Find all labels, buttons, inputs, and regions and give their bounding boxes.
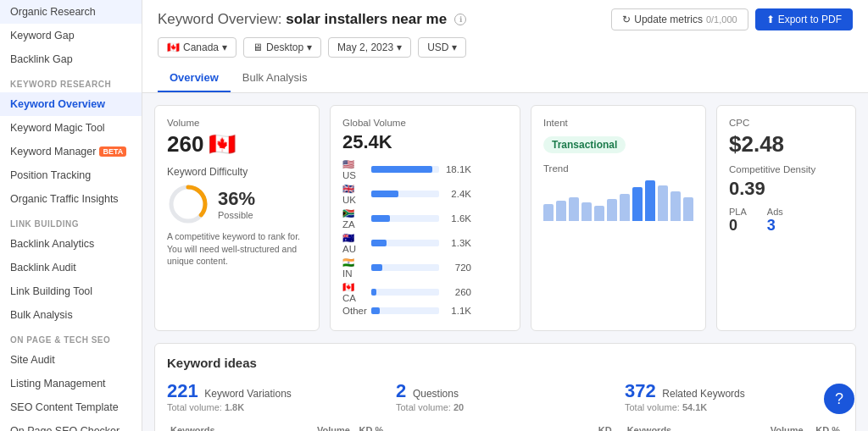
col-kd-var: KD %: [353, 423, 387, 431]
col-kd-rel: KD %: [807, 423, 843, 431]
sidebar-item-backlink-analytics[interactable]: Backlink Analytics: [0, 232, 142, 256]
ads-value: 3: [767, 217, 783, 235]
col-volume-rel: Volume: [760, 423, 806, 431]
kd-section: Keyword Difficulty 36% Possible: [167, 166, 307, 268]
sidebar-item-backlink-gap[interactable]: Backlink Gap: [0, 47, 142, 71]
sidebar-item-organic-traffic[interactable]: Organic Traffic Insights: [0, 187, 142, 211]
questions-count[interactable]: 2: [396, 380, 406, 401]
kd-status: Possible: [218, 210, 255, 220]
ideas-summary-row: 221 Keyword Variations Total volume: 1.8…: [167, 380, 843, 412]
desktop-icon: 🖥: [253, 41, 263, 53]
gv-row-uk: 🇬🇧 UK 2.4K: [342, 183, 508, 205]
variations-table: Keywords Volume KD % solar installers ne…: [167, 423, 387, 431]
pla-value: 0: [729, 217, 747, 235]
comp-density-value: 0.39: [729, 178, 843, 200]
date-filter[interactable]: May 2, 2023 ▾: [328, 37, 411, 58]
sidebar-item-keyword-gap[interactable]: Keyword Gap: [0, 24, 142, 47]
sidebar-item-link-building-tool[interactable]: Link Building Tool: [0, 279, 142, 303]
sidebar-item-keyword-magic-tool[interactable]: Keyword Magic Tool: [0, 116, 142, 140]
help-icon: ?: [835, 390, 843, 408]
flag-icon: 🇨🇦: [167, 41, 180, 53]
main-content: Keyword Overview: solar installers near …: [142, 0, 868, 431]
sidebar-item-bulk-analysis[interactable]: Bulk Analysis: [0, 303, 142, 327]
tab-overview[interactable]: Overview: [158, 64, 231, 92]
variations-count[interactable]: 221: [167, 380, 198, 401]
chevron-down-icon: ▾: [307, 41, 312, 53]
kd-description: A competitive keyword to rank for. You w…: [167, 230, 307, 268]
related-vol: Total volume: 54.1K: [625, 402, 843, 412]
cpc-label: CPC: [729, 118, 843, 128]
trend-bar: [670, 191, 681, 221]
sidebar-item-seo-content-template[interactable]: SEO Content Template: [0, 395, 142, 419]
sidebar-item-on-page-seo-checker[interactable]: On Page SEO Checker: [0, 419, 142, 431]
volume-value: 260 🇨🇦: [167, 131, 307, 157]
col-keywords-q: Keywords: [395, 423, 546, 431]
questions-vol: Total volume: 20: [396, 402, 615, 412]
country-filter[interactable]: 🇨🇦 Canada ▾: [158, 37, 236, 58]
chevron-down-icon: ▾: [452, 41, 457, 53]
keyword-ideas-title: Keyword ideas: [167, 356, 843, 370]
trend-bar: [620, 194, 630, 221]
content-area: Volume 260 🇨🇦 Keyword Difficulty: [142, 93, 868, 431]
sidebar-item-site-audit[interactable]: Site Audit: [0, 348, 142, 372]
pla-ads-row: PLA 0 Ads 3: [729, 207, 843, 235]
page-header: Keyword Overview: solar installers near …: [142, 0, 868, 93]
export-pdf-button[interactable]: ⬆ Export to PDF: [755, 8, 853, 30]
trend-chart: [543, 179, 693, 221]
col-keywords-rel: Keywords: [624, 423, 760, 431]
sidebar-item-position-tracking[interactable]: Position Tracking: [0, 163, 142, 187]
volume-label: Volume: [167, 118, 307, 128]
intent-trend-card: Intent Transactional Trend: [531, 105, 706, 331]
chevron-down-icon: ▾: [222, 41, 227, 53]
kd-row: 36% Possible: [167, 183, 307, 225]
update-count: 0/1,000: [706, 14, 737, 25]
keyword-title: solar installers near me: [286, 11, 447, 27]
questions-label: Questions: [413, 388, 459, 400]
ads-label: Ads: [767, 207, 783, 217]
update-metrics-button[interactable]: ↻ Update metrics 0/1,000: [611, 8, 748, 30]
sidebar-item-listing-management[interactable]: Listing Management: [0, 372, 142, 395]
volume-kd-card: Volume 260 🇨🇦 Keyword Difficulty: [154, 105, 320, 331]
questions-summary: 2 Questions Total volume: 20: [396, 380, 615, 412]
trend-bar: [658, 185, 668, 221]
cpc-value: $2.48: [729, 131, 843, 157]
related-table-wrap: Keywords Volume KD % solar installation …: [624, 423, 843, 431]
trend-bar: [556, 201, 566, 221]
trend-label: Trend: [543, 163, 693, 174]
keyword-ideas-section: Keyword ideas 221 Keyword Variations Tot…: [154, 343, 856, 431]
beta-badge: BETA: [99, 146, 126, 157]
global-volume-value: 25.4K: [342, 131, 508, 153]
comp-density-label: Competitive Density: [729, 164, 843, 174]
currency-filter[interactable]: USD ▾: [418, 37, 466, 58]
tab-bulk-analysis[interactable]: Bulk Analysis: [231, 64, 320, 92]
gv-row-au: 🇦🇺 AU 1.3K: [342, 232, 508, 254]
help-bubble[interactable]: ?: [824, 384, 854, 414]
sidebar-section-link-building: LINK BUILDING: [0, 211, 142, 232]
related-table: Keywords Volume KD % solar installation …: [624, 423, 843, 431]
trend-bar: [607, 199, 617, 221]
variations-summary: 221 Keyword Variations Total volume: 1.8…: [167, 380, 386, 412]
gv-row-in: 🇮🇳 IN 720: [342, 257, 508, 279]
kw-tables-row: Keywords Volume KD % solar installers ne…: [167, 423, 843, 431]
sidebar-item-organic-research[interactable]: Organic Research: [0, 0, 142, 24]
related-summary: 372 Related Keywords Total volume: 54.1K: [625, 380, 843, 412]
refresh-icon: ↻: [622, 14, 631, 25]
sidebar-item-backlink-audit[interactable]: Backlink Audit: [0, 256, 142, 279]
gv-bars: 🇺🇸 US 18.1K 🇬🇧 UK 2.4K 🇿🇦 ZA 1.6K: [342, 158, 508, 316]
trend-bar: [581, 202, 592, 221]
trend-bar: [569, 197, 579, 221]
gv-row-us: 🇺🇸 US 18.1K: [342, 158, 508, 180]
pla-label: PLA: [729, 207, 747, 217]
col-volume-q: Volume: [546, 423, 586, 431]
sidebar-item-keyword-overview[interactable]: Keyword Overview: [0, 92, 142, 116]
filters-row: 🇨🇦 Canada ▾ 🖥 Desktop ▾ May 2, 2023 ▾ US…: [158, 37, 853, 58]
device-filter[interactable]: 🖥 Desktop ▾: [243, 37, 321, 58]
gv-row-za: 🇿🇦 ZA 1.6K: [342, 207, 508, 229]
gv-row-ca: 🇨🇦 CA 260: [342, 281, 508, 303]
sidebar-item-keyword-manager[interactable]: Keyword Manager BETA: [0, 140, 142, 163]
info-icon[interactable]: ℹ: [454, 14, 466, 25]
related-count[interactable]: 372: [625, 380, 656, 401]
page-title: Keyword Overview: solar installers near …: [158, 11, 447, 28]
col-volume-var: Volume: [311, 423, 353, 431]
export-icon: ⬆: [766, 14, 775, 25]
